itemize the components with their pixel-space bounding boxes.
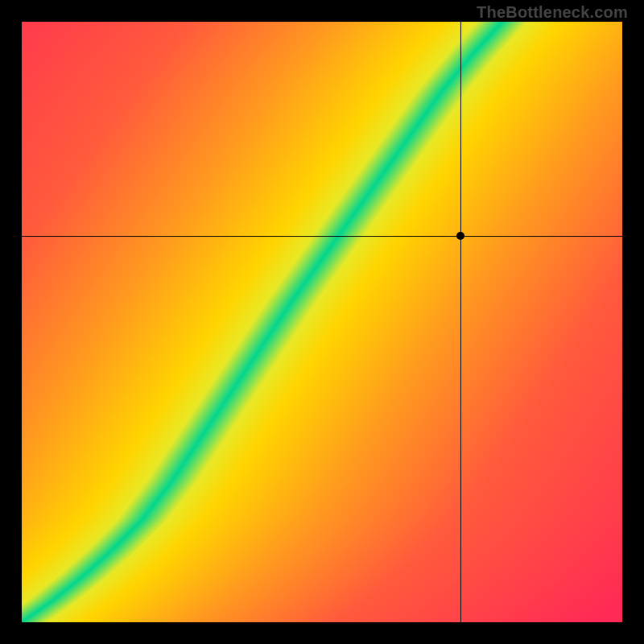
chart-frame: TheBottleneck.com bbox=[0, 0, 644, 644]
plot-area bbox=[22, 22, 622, 622]
crosshair-horizontal bbox=[22, 236, 622, 237]
selection-marker bbox=[456, 232, 464, 240]
crosshair-vertical bbox=[460, 22, 461, 622]
attribution-label: TheBottleneck.com bbox=[477, 3, 628, 22]
heatmap-canvas bbox=[22, 22, 622, 622]
